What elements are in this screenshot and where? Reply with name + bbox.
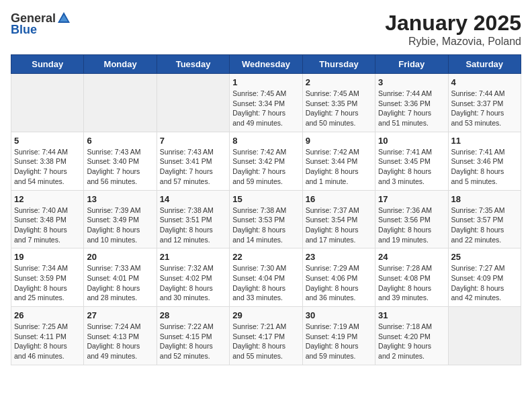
weekday-header: Wednesday (230, 55, 302, 74)
day-number: 18 (451, 194, 518, 204)
calendar-cell (157, 74, 229, 132)
weekday-header: Sunday (11, 55, 84, 74)
calendar-cell: 25Sunrise: 7:27 AM Sunset: 4:09 PM Dayli… (448, 248, 521, 307)
calendar-cell: 11Sunrise: 7:41 AM Sunset: 3:46 PM Dayli… (448, 132, 521, 190)
day-number: 25 (451, 252, 518, 262)
day-info: Sunrise: 7:37 AM Sunset: 3:54 PM Dayligh… (306, 205, 372, 245)
day-info: Sunrise: 7:44 AM Sunset: 3:38 PM Dayligh… (14, 147, 81, 187)
day-number: 7 (160, 136, 226, 146)
calendar-cell: 19Sunrise: 7:34 AM Sunset: 3:59 PM Dayli… (11, 248, 84, 307)
page-title: January 2025 (385, 11, 521, 36)
page-header: General Blue January 2025 Rybie, Mazovia… (11, 11, 521, 48)
calendar-cell: 16Sunrise: 7:37 AM Sunset: 3:54 PM Dayli… (302, 190, 375, 248)
day-number: 11 (451, 136, 518, 146)
calendar-week-row: 5Sunrise: 7:44 AM Sunset: 3:38 PM Daylig… (11, 132, 521, 190)
day-number: 14 (160, 194, 226, 204)
day-info: Sunrise: 7:41 AM Sunset: 3:46 PM Dayligh… (451, 147, 518, 187)
logo-blue-text: Blue (11, 23, 37, 37)
calendar-cell: 12Sunrise: 7:40 AM Sunset: 3:48 PM Dayli… (11, 190, 84, 248)
calendar-cell: 29Sunrise: 7:21 AM Sunset: 4:17 PM Dayli… (230, 307, 302, 365)
day-number: 4 (451, 77, 518, 87)
day-number: 12 (14, 194, 81, 204)
day-number: 22 (232, 252, 299, 262)
calendar-cell: 26Sunrise: 7:25 AM Sunset: 4:11 PM Dayli… (11, 307, 84, 365)
calendar-cell: 4Sunrise: 7:44 AM Sunset: 3:37 PM Daylig… (448, 74, 521, 132)
calendar-cell: 1Sunrise: 7:45 AM Sunset: 3:34 PM Daylig… (230, 74, 302, 132)
calendar-table: SundayMondayTuesdayWednesdayThursdayFrid… (11, 54, 521, 365)
day-number: 30 (306, 310, 372, 320)
calendar-cell (448, 307, 521, 365)
calendar-week-row: 19Sunrise: 7:34 AM Sunset: 3:59 PM Dayli… (11, 248, 521, 307)
calendar-cell: 15Sunrise: 7:38 AM Sunset: 3:53 PM Dayli… (230, 190, 302, 248)
day-info: Sunrise: 7:30 AM Sunset: 4:04 PM Dayligh… (232, 263, 299, 303)
day-info: Sunrise: 7:44 AM Sunset: 3:36 PM Dayligh… (378, 89, 445, 128)
calendar-cell: 2Sunrise: 7:45 AM Sunset: 3:35 PM Daylig… (302, 74, 375, 132)
day-number: 26 (14, 310, 81, 320)
day-number: 21 (160, 252, 226, 262)
calendar-cell: 3Sunrise: 7:44 AM Sunset: 3:36 PM Daylig… (375, 74, 448, 132)
calendar-cell: 30Sunrise: 7:19 AM Sunset: 4:19 PM Dayli… (302, 307, 375, 365)
calendar-cell: 22Sunrise: 7:30 AM Sunset: 4:04 PM Dayli… (230, 248, 302, 307)
day-number: 23 (306, 252, 372, 262)
day-info: Sunrise: 7:42 AM Sunset: 3:42 PM Dayligh… (232, 147, 299, 187)
calendar-cell: 18Sunrise: 7:35 AM Sunset: 3:57 PM Dayli… (448, 190, 521, 248)
title-block: January 2025 Rybie, Mazovia, Poland (385, 11, 521, 48)
calendar-cell (84, 74, 157, 132)
day-number: 27 (87, 310, 153, 320)
calendar-cell: 13Sunrise: 7:39 AM Sunset: 3:49 PM Dayli… (84, 190, 157, 248)
day-info: Sunrise: 7:21 AM Sunset: 4:17 PM Dayligh… (232, 322, 299, 361)
weekday-header: Monday (84, 55, 157, 74)
day-number: 19 (14, 252, 81, 262)
day-info: Sunrise: 7:45 AM Sunset: 3:35 PM Dayligh… (306, 89, 372, 128)
day-info: Sunrise: 7:36 AM Sunset: 3:56 PM Dayligh… (378, 205, 445, 245)
day-info: Sunrise: 7:22 AM Sunset: 4:15 PM Dayligh… (160, 322, 226, 361)
day-info: Sunrise: 7:39 AM Sunset: 3:49 PM Dayligh… (87, 205, 153, 245)
calendar-cell: 10Sunrise: 7:41 AM Sunset: 3:45 PM Dayli… (375, 132, 448, 190)
calendar-cell: 17Sunrise: 7:36 AM Sunset: 3:56 PM Dayli… (375, 190, 448, 248)
calendar-cell: 14Sunrise: 7:38 AM Sunset: 3:51 PM Dayli… (157, 190, 229, 248)
day-number: 10 (378, 136, 445, 146)
calendar-cell: 20Sunrise: 7:33 AM Sunset: 4:01 PM Dayli… (84, 248, 157, 307)
logo-icon (56, 11, 71, 26)
calendar-week-row: 26Sunrise: 7:25 AM Sunset: 4:11 PM Dayli… (11, 307, 521, 365)
day-info: Sunrise: 7:43 AM Sunset: 3:41 PM Dayligh… (160, 147, 226, 187)
logo: General Blue (11, 11, 72, 37)
day-number: 24 (378, 252, 445, 262)
day-info: Sunrise: 7:42 AM Sunset: 3:44 PM Dayligh… (306, 147, 372, 187)
day-number: 5 (14, 136, 81, 146)
day-number: 17 (378, 194, 445, 204)
calendar-cell: 28Sunrise: 7:22 AM Sunset: 4:15 PM Dayli… (157, 307, 229, 365)
day-number: 20 (87, 252, 153, 262)
weekday-header: Tuesday (157, 55, 229, 74)
calendar-cell: 8Sunrise: 7:42 AM Sunset: 3:42 PM Daylig… (230, 132, 302, 190)
day-number: 9 (306, 136, 372, 146)
day-number: 13 (87, 194, 153, 204)
day-info: Sunrise: 7:38 AM Sunset: 3:51 PM Dayligh… (160, 205, 226, 245)
calendar-cell: 5Sunrise: 7:44 AM Sunset: 3:38 PM Daylig… (11, 132, 84, 190)
day-info: Sunrise: 7:38 AM Sunset: 3:53 PM Dayligh… (232, 205, 299, 245)
day-number: 16 (306, 194, 372, 204)
day-info: Sunrise: 7:18 AM Sunset: 4:20 PM Dayligh… (378, 322, 445, 361)
page-subtitle: Rybie, Mazovia, Poland (385, 36, 521, 48)
calendar-cell: 9Sunrise: 7:42 AM Sunset: 3:44 PM Daylig… (302, 132, 375, 190)
weekday-header: Thursday (302, 55, 375, 74)
weekday-header: Friday (375, 55, 448, 74)
day-info: Sunrise: 7:44 AM Sunset: 3:37 PM Dayligh… (451, 89, 518, 128)
day-info: Sunrise: 7:29 AM Sunset: 4:06 PM Dayligh… (306, 263, 372, 303)
day-number: 28 (160, 310, 226, 320)
calendar-header-row: SundayMondayTuesdayWednesdayThursdayFrid… (11, 55, 521, 74)
day-info: Sunrise: 7:33 AM Sunset: 4:01 PM Dayligh… (87, 263, 153, 303)
day-number: 6 (87, 136, 153, 146)
day-info: Sunrise: 7:24 AM Sunset: 4:13 PM Dayligh… (87, 322, 153, 361)
day-info: Sunrise: 7:41 AM Sunset: 3:45 PM Dayligh… (378, 147, 445, 187)
calendar-week-row: 1Sunrise: 7:45 AM Sunset: 3:34 PM Daylig… (11, 74, 521, 132)
day-info: Sunrise: 7:27 AM Sunset: 4:09 PM Dayligh… (451, 263, 518, 303)
calendar-cell: 6Sunrise: 7:43 AM Sunset: 3:40 PM Daylig… (84, 132, 157, 190)
day-number: 1 (232, 77, 299, 87)
day-info: Sunrise: 7:43 AM Sunset: 3:40 PM Dayligh… (87, 147, 153, 187)
calendar-week-row: 12Sunrise: 7:40 AM Sunset: 3:48 PM Dayli… (11, 190, 521, 248)
calendar-cell (11, 74, 84, 132)
day-info: Sunrise: 7:45 AM Sunset: 3:34 PM Dayligh… (232, 89, 299, 128)
day-info: Sunrise: 7:25 AM Sunset: 4:11 PM Dayligh… (14, 322, 81, 361)
calendar-cell: 7Sunrise: 7:43 AM Sunset: 3:41 PM Daylig… (157, 132, 229, 190)
